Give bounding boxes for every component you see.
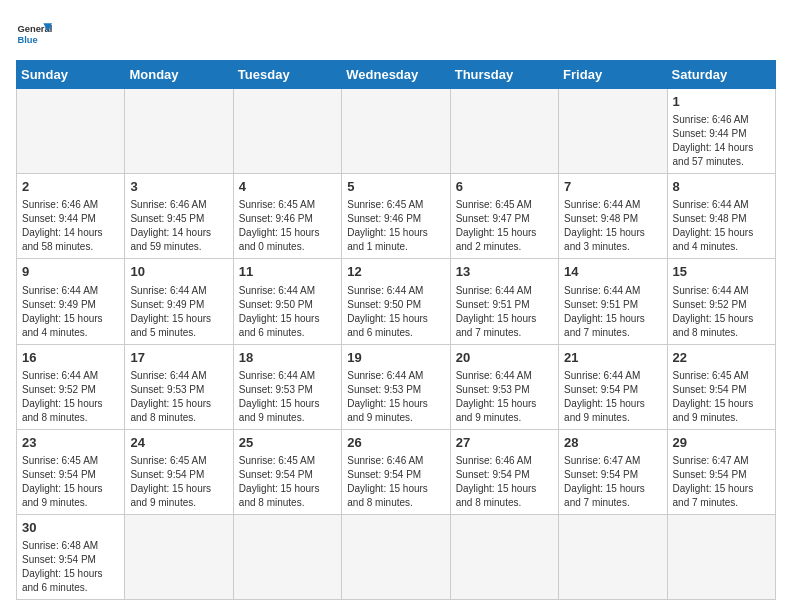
day-info: Sunrise: 6:45 AM Sunset: 9:47 PM Dayligh… bbox=[456, 198, 553, 254]
day-number: 20 bbox=[456, 349, 553, 367]
day-number: 24 bbox=[130, 434, 227, 452]
day-number: 7 bbox=[564, 178, 661, 196]
day-number: 13 bbox=[456, 263, 553, 281]
calendar-day: 23Sunrise: 6:45 AM Sunset: 9:54 PM Dayli… bbox=[17, 429, 125, 514]
weekday-header-saturday: Saturday bbox=[667, 61, 775, 89]
day-number: 28 bbox=[564, 434, 661, 452]
day-info: Sunrise: 6:45 AM Sunset: 9:54 PM Dayligh… bbox=[130, 454, 227, 510]
calendar-day: 2Sunrise: 6:46 AM Sunset: 9:44 PM Daylig… bbox=[17, 174, 125, 259]
day-info: Sunrise: 6:44 AM Sunset: 9:50 PM Dayligh… bbox=[239, 284, 336, 340]
calendar-day: 1Sunrise: 6:46 AM Sunset: 9:44 PM Daylig… bbox=[667, 89, 775, 174]
calendar-day: 6Sunrise: 6:45 AM Sunset: 9:47 PM Daylig… bbox=[450, 174, 558, 259]
day-info: Sunrise: 6:44 AM Sunset: 9:53 PM Dayligh… bbox=[347, 369, 444, 425]
day-number: 4 bbox=[239, 178, 336, 196]
day-number: 3 bbox=[130, 178, 227, 196]
day-info: Sunrise: 6:44 AM Sunset: 9:50 PM Dayligh… bbox=[347, 284, 444, 340]
generalblue-logo-icon: General Blue bbox=[16, 16, 52, 52]
day-number: 6 bbox=[456, 178, 553, 196]
day-number: 16 bbox=[22, 349, 119, 367]
calendar-day bbox=[342, 89, 450, 174]
calendar-day: 4Sunrise: 6:45 AM Sunset: 9:46 PM Daylig… bbox=[233, 174, 341, 259]
calendar-week-6: 30Sunrise: 6:48 AM Sunset: 9:54 PM Dayli… bbox=[17, 514, 776, 599]
calendar-day: 8Sunrise: 6:44 AM Sunset: 9:48 PM Daylig… bbox=[667, 174, 775, 259]
day-number: 17 bbox=[130, 349, 227, 367]
calendar-day bbox=[233, 89, 341, 174]
calendar-day: 17Sunrise: 6:44 AM Sunset: 9:53 PM Dayli… bbox=[125, 344, 233, 429]
day-info: Sunrise: 6:45 AM Sunset: 9:46 PM Dayligh… bbox=[347, 198, 444, 254]
day-info: Sunrise: 6:46 AM Sunset: 9:44 PM Dayligh… bbox=[22, 198, 119, 254]
calendar-day bbox=[667, 514, 775, 599]
weekday-header-sunday: Sunday bbox=[17, 61, 125, 89]
day-info: Sunrise: 6:46 AM Sunset: 9:54 PM Dayligh… bbox=[456, 454, 553, 510]
day-info: Sunrise: 6:44 AM Sunset: 9:53 PM Dayligh… bbox=[456, 369, 553, 425]
day-info: Sunrise: 6:44 AM Sunset: 9:51 PM Dayligh… bbox=[564, 284, 661, 340]
day-info: Sunrise: 6:44 AM Sunset: 9:53 PM Dayligh… bbox=[239, 369, 336, 425]
day-number: 8 bbox=[673, 178, 770, 196]
calendar-day bbox=[125, 514, 233, 599]
calendar-week-2: 2Sunrise: 6:46 AM Sunset: 9:44 PM Daylig… bbox=[17, 174, 776, 259]
day-number: 14 bbox=[564, 263, 661, 281]
day-info: Sunrise: 6:48 AM Sunset: 9:54 PM Dayligh… bbox=[22, 539, 119, 595]
calendar-day: 20Sunrise: 6:44 AM Sunset: 9:53 PM Dayli… bbox=[450, 344, 558, 429]
day-number: 19 bbox=[347, 349, 444, 367]
weekday-header-monday: Monday bbox=[125, 61, 233, 89]
calendar-day: 27Sunrise: 6:46 AM Sunset: 9:54 PM Dayli… bbox=[450, 429, 558, 514]
calendar-day: 10Sunrise: 6:44 AM Sunset: 9:49 PM Dayli… bbox=[125, 259, 233, 344]
calendar-day bbox=[342, 514, 450, 599]
calendar-day: 29Sunrise: 6:47 AM Sunset: 9:54 PM Dayli… bbox=[667, 429, 775, 514]
header: General Blue bbox=[16, 16, 776, 52]
calendar-day bbox=[450, 514, 558, 599]
calendar-day: 25Sunrise: 6:45 AM Sunset: 9:54 PM Dayli… bbox=[233, 429, 341, 514]
calendar-day: 28Sunrise: 6:47 AM Sunset: 9:54 PM Dayli… bbox=[559, 429, 667, 514]
day-info: Sunrise: 6:44 AM Sunset: 9:49 PM Dayligh… bbox=[22, 284, 119, 340]
calendar-day: 12Sunrise: 6:44 AM Sunset: 9:50 PM Dayli… bbox=[342, 259, 450, 344]
calendar-week-1: 1Sunrise: 6:46 AM Sunset: 9:44 PM Daylig… bbox=[17, 89, 776, 174]
day-info: Sunrise: 6:44 AM Sunset: 9:48 PM Dayligh… bbox=[673, 198, 770, 254]
day-number: 22 bbox=[673, 349, 770, 367]
day-info: Sunrise: 6:46 AM Sunset: 9:54 PM Dayligh… bbox=[347, 454, 444, 510]
day-number: 10 bbox=[130, 263, 227, 281]
calendar-day: 3Sunrise: 6:46 AM Sunset: 9:45 PM Daylig… bbox=[125, 174, 233, 259]
calendar-day bbox=[450, 89, 558, 174]
calendar-day bbox=[559, 89, 667, 174]
day-info: Sunrise: 6:44 AM Sunset: 9:49 PM Dayligh… bbox=[130, 284, 227, 340]
day-number: 1 bbox=[673, 93, 770, 111]
calendar-day: 9Sunrise: 6:44 AM Sunset: 9:49 PM Daylig… bbox=[17, 259, 125, 344]
day-number: 26 bbox=[347, 434, 444, 452]
calendar-day bbox=[125, 89, 233, 174]
calendar-day: 21Sunrise: 6:44 AM Sunset: 9:54 PM Dayli… bbox=[559, 344, 667, 429]
day-number: 18 bbox=[239, 349, 336, 367]
calendar-day: 11Sunrise: 6:44 AM Sunset: 9:50 PM Dayli… bbox=[233, 259, 341, 344]
day-number: 29 bbox=[673, 434, 770, 452]
weekday-header-row: SundayMondayTuesdayWednesdayThursdayFrid… bbox=[17, 61, 776, 89]
calendar-day: 26Sunrise: 6:46 AM Sunset: 9:54 PM Dayli… bbox=[342, 429, 450, 514]
calendar-day: 30Sunrise: 6:48 AM Sunset: 9:54 PM Dayli… bbox=[17, 514, 125, 599]
day-info: Sunrise: 6:46 AM Sunset: 9:44 PM Dayligh… bbox=[673, 113, 770, 169]
day-info: Sunrise: 6:45 AM Sunset: 9:54 PM Dayligh… bbox=[22, 454, 119, 510]
day-number: 23 bbox=[22, 434, 119, 452]
day-info: Sunrise: 6:44 AM Sunset: 9:48 PM Dayligh… bbox=[564, 198, 661, 254]
day-info: Sunrise: 6:46 AM Sunset: 9:45 PM Dayligh… bbox=[130, 198, 227, 254]
day-number: 15 bbox=[673, 263, 770, 281]
calendar-day: 13Sunrise: 6:44 AM Sunset: 9:51 PM Dayli… bbox=[450, 259, 558, 344]
day-number: 9 bbox=[22, 263, 119, 281]
day-info: Sunrise: 6:44 AM Sunset: 9:52 PM Dayligh… bbox=[673, 284, 770, 340]
day-number: 12 bbox=[347, 263, 444, 281]
day-info: Sunrise: 6:44 AM Sunset: 9:53 PM Dayligh… bbox=[130, 369, 227, 425]
weekday-header-thursday: Thursday bbox=[450, 61, 558, 89]
calendar-day: 18Sunrise: 6:44 AM Sunset: 9:53 PM Dayli… bbox=[233, 344, 341, 429]
weekday-header-tuesday: Tuesday bbox=[233, 61, 341, 89]
day-info: Sunrise: 6:44 AM Sunset: 9:51 PM Dayligh… bbox=[456, 284, 553, 340]
day-number: 21 bbox=[564, 349, 661, 367]
calendar-day: 7Sunrise: 6:44 AM Sunset: 9:48 PM Daylig… bbox=[559, 174, 667, 259]
day-info: Sunrise: 6:44 AM Sunset: 9:54 PM Dayligh… bbox=[564, 369, 661, 425]
svg-text:Blue: Blue bbox=[17, 35, 37, 45]
day-info: Sunrise: 6:45 AM Sunset: 9:46 PM Dayligh… bbox=[239, 198, 336, 254]
day-number: 5 bbox=[347, 178, 444, 196]
day-info: Sunrise: 6:45 AM Sunset: 9:54 PM Dayligh… bbox=[239, 454, 336, 510]
weekday-header-wednesday: Wednesday bbox=[342, 61, 450, 89]
calendar-day: 22Sunrise: 6:45 AM Sunset: 9:54 PM Dayli… bbox=[667, 344, 775, 429]
day-number: 25 bbox=[239, 434, 336, 452]
calendar-day bbox=[233, 514, 341, 599]
day-number: 27 bbox=[456, 434, 553, 452]
